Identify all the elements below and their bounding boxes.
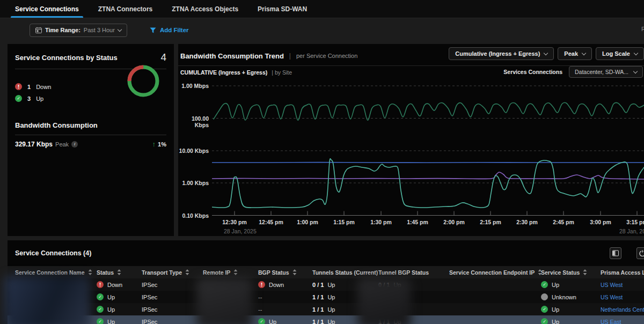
status-panel: Service Connections by Status 4 !1Down✓3… bbox=[8, 44, 174, 236]
x-axis-tick-label: 1:45 pm bbox=[400, 219, 435, 225]
time-range-value: Past 3 Hour bbox=[84, 27, 115, 33]
chart-dropdown-peak[interactable]: Peak bbox=[558, 47, 592, 60]
x-axis-tick-label: 1:00 pm bbox=[290, 219, 325, 225]
service-status-label: Up bbox=[552, 319, 559, 324]
service-status-cell: ✓Up bbox=[541, 278, 559, 291]
services-connections-filter: Services Connections Datacenter, SD-WA..… bbox=[503, 66, 643, 78]
trend-up-arrow-icon: ↑ bbox=[152, 140, 156, 148]
column-header-label: Service Connection Name bbox=[15, 269, 85, 276]
status-label: Up bbox=[107, 319, 115, 324]
status-cell: ✓Up bbox=[97, 291, 115, 303]
service-connections-dashboard: Service ConnectionsZTNA ConnectorsZTNA A… bbox=[0, 0, 644, 324]
chart-subtitle: per Service Connection bbox=[296, 53, 357, 59]
location-link[interactable]: US West bbox=[601, 294, 623, 300]
bandwidth-stat-row: 329.17 Kbps Peak i ↑ 1% bbox=[15, 140, 166, 148]
sort-icon[interactable] bbox=[117, 269, 121, 275]
table-refresh-button[interactable] bbox=[636, 247, 644, 259]
chart-mode-label: CUMULATIVE (Ingress + Egress) bbox=[180, 69, 267, 76]
status-down-icon: ! bbox=[258, 281, 265, 288]
chevron-down-icon bbox=[633, 69, 638, 73]
sort-icon[interactable] bbox=[233, 269, 238, 275]
y-axis-tick-label: 1.00 Kbps bbox=[178, 180, 209, 186]
sort-icon[interactable] bbox=[583, 269, 587, 275]
y-axis-tick-label: 0.10 Kbps bbox=[178, 212, 209, 219]
sort-icon[interactable] bbox=[292, 269, 297, 275]
column-header-label: Prisma Access Location bbox=[601, 269, 644, 276]
status-up-icon: ✓ bbox=[15, 95, 22, 102]
service-status-label: Up bbox=[552, 306, 559, 313]
column-header-label: BGP Status bbox=[258, 269, 289, 276]
chart-mode-row: CUMULATIVE (Ingress + Egress) | by Site bbox=[180, 69, 292, 76]
tunnels-ratio: 1 / 1 bbox=[312, 319, 324, 324]
tab-ztna-access-objects[interactable]: ZTNA Access Objects bbox=[162, 0, 248, 18]
column-header-service-status[interactable]: Service Status bbox=[541, 266, 587, 278]
table-row[interactable]: !DownIPSec!Down0 / 1Up0 / 1Up✓UpUS West bbox=[8, 278, 644, 291]
table-row[interactable]: ✓UpIPSec✓Up1 / 1Up1 / 1Up✓UpUS East bbox=[8, 315, 644, 324]
column-header-label: Status bbox=[97, 269, 114, 276]
sort-icon[interactable] bbox=[185, 269, 189, 275]
column-header-bgp-status[interactable]: BGP Status bbox=[258, 266, 297, 278]
column-header-label: Remote IP bbox=[203, 269, 230, 276]
bgp-status-cell: !Down bbox=[258, 278, 284, 291]
tunnels-status-cell: 1 / 1Up bbox=[312, 315, 335, 324]
status-up-icon: ✓ bbox=[258, 318, 265, 324]
location-link[interactable]: US East bbox=[601, 319, 621, 324]
services-connections-dropdown[interactable]: Datacenter, SD-WA... bbox=[569, 66, 643, 78]
clipped-right-action[interactable]: R bbox=[641, 26, 644, 32]
bgp-label: Down bbox=[269, 282, 284, 288]
table-row[interactable]: ✓UpIPSec--1 / 1Up--✓UpNetherlands Centra… bbox=[8, 303, 644, 315]
status-cell: ✓Up bbox=[97, 303, 115, 315]
time-range-label: Time Range: bbox=[45, 27, 80, 33]
column-header-prisma-access-location[interactable]: Prisma Access Location bbox=[601, 266, 644, 278]
transport-type-cell: IPSec bbox=[142, 303, 157, 315]
location-link[interactable]: US West bbox=[601, 282, 623, 288]
tab-ztna-connectors[interactable]: ZTNA Connectors bbox=[89, 0, 163, 18]
tab-prisma-sd-wan[interactable]: Prisma SD-WAN bbox=[248, 0, 317, 18]
x-axis-tick-label: 2:30 pm bbox=[510, 219, 544, 225]
column-header-tunnel-bgp-status[interactable]: Tunnel BGP Status bbox=[378, 266, 429, 278]
table-columns-button[interactable] bbox=[610, 247, 621, 259]
chevron-down-icon bbox=[118, 27, 122, 31]
series-site-flat-purple bbox=[212, 172, 644, 179]
redacted-remote-ip-column bbox=[196, 278, 252, 324]
status-label: Up bbox=[107, 294, 115, 300]
bgp-status-cell: ✓Up bbox=[258, 315, 276, 324]
x-axis-tick-label: 1:30 pm bbox=[364, 219, 398, 225]
sort-icon[interactable] bbox=[88, 269, 92, 275]
bgp-label: -- bbox=[258, 294, 262, 300]
chevron-down-icon bbox=[634, 50, 638, 55]
column-header-status[interactable]: Status bbox=[97, 266, 121, 278]
column-header-transport-type[interactable]: Transport Type bbox=[142, 266, 189, 278]
column-header-label: Transport Type bbox=[142, 269, 182, 276]
bgp-status-cell: -- bbox=[258, 291, 262, 303]
column-header-tunnels-status-current-[interactable]: Tunnels Status (Current) bbox=[312, 266, 378, 278]
column-header-service-connection-endpoint-ip[interactable]: Service Connection Endpoint IP bbox=[449, 266, 542, 278]
add-filter-button[interactable]: Add Filter bbox=[150, 27, 189, 33]
prisma-access-location-cell: Netherlands Central bbox=[601, 303, 644, 315]
column-header-remote-ip[interactable]: Remote IP bbox=[203, 266, 238, 278]
chart-mode-sub: | by Site bbox=[272, 69, 292, 76]
chart-dropdown-cumulative[interactable]: Cumulative (Ingress + Egress) bbox=[449, 47, 554, 60]
bandwidth-peak-value: 329.17 Kbps bbox=[15, 141, 53, 148]
table-row[interactable]: ✓UpIPSec--1 / 1Up--UnknownUS West bbox=[8, 291, 644, 303]
info-icon[interactable]: i bbox=[71, 141, 78, 148]
x-axis-tick-label: 3:00 pm bbox=[583, 219, 618, 225]
location-link[interactable]: Netherlands Central bbox=[601, 306, 644, 313]
dropdown-value: Peak bbox=[564, 50, 578, 57]
time-range-dropdown[interactable]: Time Range: Past 3 Hour bbox=[30, 24, 127, 37]
status-label: Down bbox=[107, 282, 122, 288]
service-status-cell: Unknown bbox=[541, 291, 576, 303]
bandwidth-change-value: 1% bbox=[158, 141, 166, 148]
transport-type-cell: IPSec bbox=[142, 291, 157, 303]
chevron-down-icon bbox=[544, 50, 548, 55]
chevron-down-icon bbox=[582, 50, 586, 55]
status-up-icon: ✓ bbox=[541, 281, 548, 288]
bandwidth-panel-title: Bandwidth Consumption bbox=[15, 121, 98, 129]
chart-dropdown-log[interactable]: Log Scale bbox=[596, 47, 644, 60]
status-cell: !Down bbox=[97, 278, 122, 291]
tab-service-connections[interactable]: Service Connections bbox=[5, 0, 89, 18]
status-up-icon: ✓ bbox=[541, 318, 548, 324]
service-status-label: Up bbox=[552, 282, 559, 288]
x-axis-tick-label: 2:45 pm bbox=[546, 219, 581, 225]
service-status-cell: ✓Up bbox=[541, 315, 559, 324]
